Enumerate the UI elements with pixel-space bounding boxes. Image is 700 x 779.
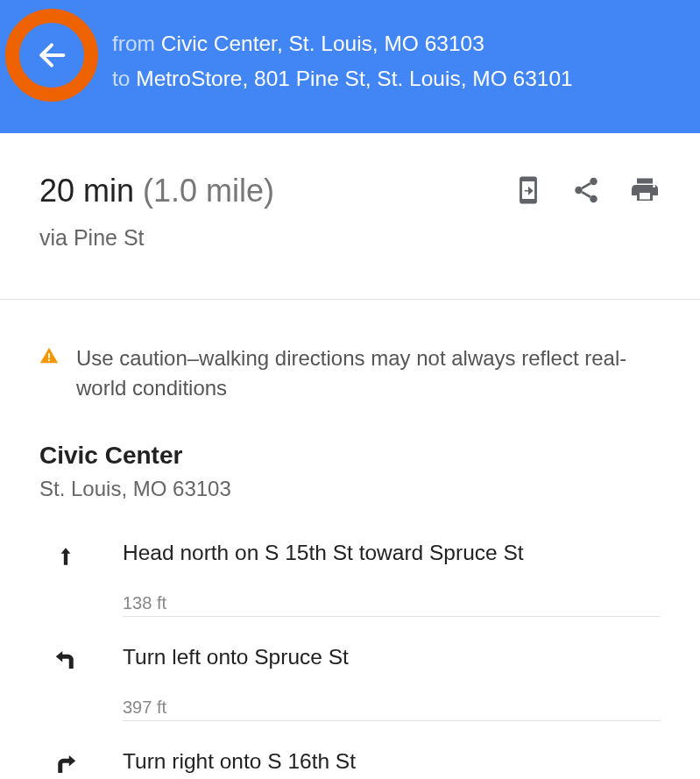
summary-time: 20 min <box>39 173 134 209</box>
svg-point-1 <box>590 178 597 186</box>
svg-rect-4 <box>48 353 50 358</box>
to-line: to MetroStore, 801 Pine St, St. Louis, M… <box>112 61 682 96</box>
svg-point-3 <box>590 195 597 203</box>
step-text: Head north on S 15th St toward Spruce St <box>123 541 661 565</box>
step-body: Turn right onto S 16th St <box>123 749 661 774</box>
send-to-phone-icon[interactable] <box>513 175 543 205</box>
share-icon[interactable] <box>571 175 601 205</box>
route-summary: 20 min (1.0 mile) via Pine St <box>0 133 700 273</box>
warning-icon <box>39 346 59 369</box>
arrow-left-icon <box>34 38 69 73</box>
step-distance: 397 ft <box>123 698 661 721</box>
step-text: Turn left onto Spruce St <box>123 645 661 669</box>
svg-point-2 <box>575 187 583 195</box>
start-subtitle: St. Louis, MO 63103 <box>39 477 661 501</box>
from-prefix: from <box>112 32 161 55</box>
step[interactable]: Turn right onto S 16th St <box>39 749 661 779</box>
step-body: Turn left onto Spruce St397 ft <box>123 645 661 749</box>
warning-text: Use caution–walking directions may not a… <box>76 343 661 403</box>
to-value: MetroStore, 801 Pine St, St. Louis, MO 6… <box>136 67 572 90</box>
to-prefix: to <box>112 67 136 90</box>
from-value: Civic Center, St. Louis, MO 63103 <box>161 32 484 55</box>
step-text: Turn right onto S 16th St <box>123 749 661 774</box>
directions-header: from Civic Center, St. Louis, MO 63103 t… <box>0 0 700 133</box>
direction-left-icon <box>48 645 83 676</box>
direction-up-icon <box>48 541 83 574</box>
summary-title: 20 min (1.0 mile) <box>39 173 513 209</box>
direction-right-icon <box>48 749 83 779</box>
summary-via: via Pine St <box>39 225 513 251</box>
svg-rect-5 <box>48 359 50 361</box>
from-line: from Civic Center, St. Louis, MO 63103 <box>112 26 682 61</box>
summary-distance: (1.0 mile) <box>143 173 274 209</box>
print-icon[interactable] <box>629 174 661 206</box>
walking-warning: Use caution–walking directions may not a… <box>39 343 661 403</box>
start-title: Civic Center <box>39 442 661 470</box>
steps-list: Head north on S 15th St toward Spruce St… <box>39 541 661 779</box>
step[interactable]: Head north on S 15th St toward Spruce St… <box>39 541 661 645</box>
step-body: Head north on S 15th St toward Spruce St… <box>123 541 661 645</box>
directions-body: Use caution–walking directions may not a… <box>0 300 700 779</box>
back-button[interactable] <box>5 9 98 102</box>
step-distance: 138 ft <box>123 593 661 617</box>
step[interactable]: Turn left onto Spruce St397 ft <box>39 645 661 749</box>
